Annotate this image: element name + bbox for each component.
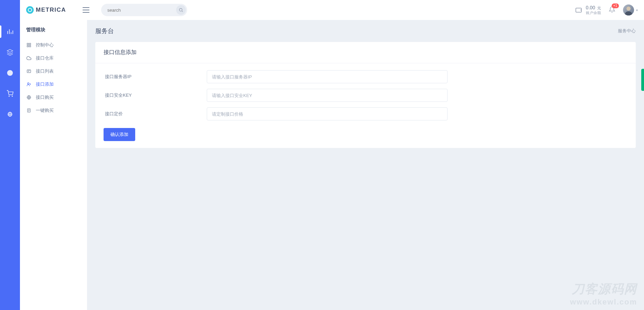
cloud-icon: [26, 55, 32, 61]
edge-tab[interactable]: [641, 69, 644, 91]
sidebar-item-label: 接口添加: [36, 81, 54, 87]
sidebar-item-warehouse[interactable]: 接口仓库: [20, 52, 87, 65]
price-input[interactable]: [207, 107, 448, 120]
sidebar-item-buy[interactable]: 接口购买: [20, 91, 87, 104]
list-icon: [26, 68, 32, 74]
rail-explore[interactable]: [6, 110, 14, 118]
search-input[interactable]: [101, 4, 187, 16]
wallet[interactable]: 0.00 元 账户余额: [575, 5, 601, 15]
svg-point-11: [28, 83, 29, 84]
topbar: METRICA 0.00 元 账户余额 +1 ▾: [20, 0, 644, 20]
rail-reports[interactable]: [6, 69, 14, 77]
globe-icon: [7, 111, 13, 118]
sidebar-item-label: 控制中心: [36, 42, 54, 48]
page-header: 服务台 服务中心: [95, 27, 636, 35]
sidebar: 管理模块 控制中心 接口仓库 接口列表 接口添加 接口购买 一键购买: [20, 20, 87, 310]
svg-rect-6: [27, 43, 29, 45]
topbar-right: 0.00 元 账户余额 +1 ▾: [575, 4, 638, 15]
search-icon: [179, 8, 183, 12]
form-row-server-ip: 接口服务器IP: [104, 70, 627, 83]
sidebar-item-oneclick[interactable]: 一键购买: [20, 104, 87, 117]
doc-icon: [26, 108, 32, 113]
main: 服务台 服务中心 接口信息添加 接口服务器IP 接口安全KEY 接口定价 确认添…: [87, 20, 644, 155]
search-button[interactable]: [176, 5, 186, 15]
security-key-input[interactable]: [207, 89, 448, 102]
wallet-currency: 元: [597, 6, 601, 10]
sidebar-item-label: 接口仓库: [36, 55, 54, 61]
sidebar-item-label: 接口列表: [36, 68, 54, 74]
logo[interactable]: METRICA: [26, 6, 66, 14]
svg-rect-7: [29, 43, 31, 45]
pie-icon: [7, 70, 13, 76]
form-row-price: 接口定价: [104, 107, 627, 120]
rail-layers[interactable]: [6, 48, 14, 56]
chevron-down-icon: ▾: [636, 8, 638, 12]
wallet-icon: [575, 6, 582, 14]
brand-text: METRICA: [36, 7, 66, 13]
form-label: 接口定价: [104, 111, 207, 117]
avatar: [623, 4, 634, 15]
svg-point-4: [179, 8, 182, 11]
notif-badge: +1: [612, 3, 619, 8]
globe-sm-icon: [26, 95, 32, 100]
svg-rect-9: [29, 45, 31, 47]
form-row-key: 接口安全KEY: [104, 89, 627, 102]
svg-rect-8: [27, 45, 29, 47]
rail-analytics[interactable]: [6, 28, 14, 36]
sidebar-item-control[interactable]: 控制中心: [20, 39, 87, 52]
icon-rail: [0, 0, 20, 310]
sidebar-title: 管理模块: [20, 27, 87, 39]
notifications[interactable]: +1: [609, 6, 615, 14]
form-card: 接口信息添加 接口服务器IP 接口安全KEY 接口定价 确认添加: [95, 42, 636, 148]
user-menu[interactable]: ▾: [623, 4, 638, 15]
search-wrap: [101, 4, 187, 16]
rail-shop[interactable]: [6, 89, 14, 98]
server-ip-input[interactable]: [207, 70, 448, 83]
breadcrumb[interactable]: 服务中心: [618, 28, 636, 34]
watermark-line2: www.dkewl.com: [570, 298, 637, 307]
chart-icon: [7, 28, 13, 35]
grid-icon: [26, 42, 32, 48]
wallet-label: 账户余额: [586, 11, 601, 15]
layers-icon: [7, 49, 13, 56]
menu-toggle[interactable]: [83, 7, 89, 13]
watermark: 刀客源码网 www.dkewl.com: [570, 281, 637, 307]
logo-mark-icon: [26, 6, 34, 14]
submit-button[interactable]: 确认添加: [104, 128, 135, 141]
sidebar-item-label: 一键购买: [36, 107, 54, 114]
form-label: 接口安全KEY: [104, 92, 207, 98]
wallet-amount: 0.00: [586, 5, 595, 10]
cart-icon: [7, 90, 13, 97]
form-label: 接口服务器IP: [104, 74, 207, 80]
svg-point-1: [12, 96, 13, 97]
sidebar-item-list[interactable]: 接口列表: [20, 65, 87, 78]
svg-point-0: [9, 96, 10, 97]
user-add-icon: [26, 82, 32, 87]
watermark-line1: 刀客源码网: [570, 281, 637, 298]
sidebar-item-add[interactable]: 接口添加: [20, 78, 87, 91]
card-title: 接口信息添加: [95, 42, 636, 63]
page-title: 服务台: [95, 27, 114, 35]
sidebar-item-label: 接口购买: [36, 94, 54, 100]
